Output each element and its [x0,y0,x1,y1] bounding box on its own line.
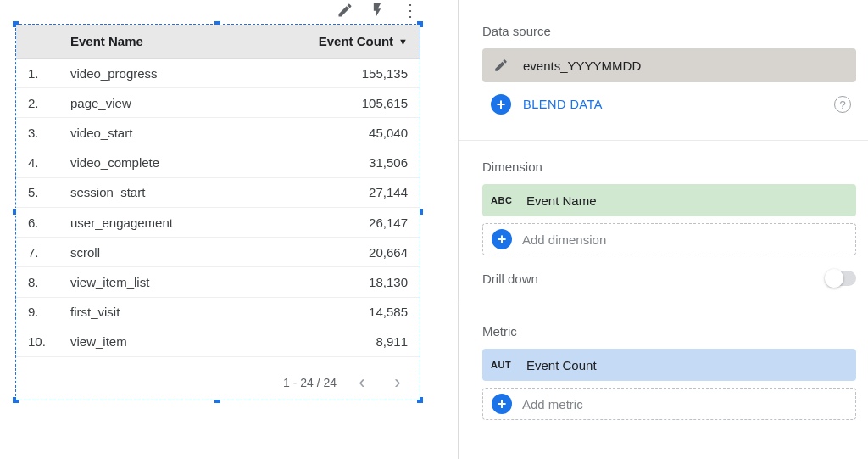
row-event-count: 26,147 [292,216,420,230]
row-event-name: video_progress [60,66,292,81]
col-value-label: Event Count [319,34,393,48]
section-drill-down: Drill down [482,271,538,286]
type-badge-abc: ABC [491,195,520,205]
row-event-name: page_view [60,96,292,110]
table-chart-selection[interactable]: Event Name Event Count ▼ 1.video_progres… [15,24,420,400]
add-dimension-label: Add dimension [522,232,606,247]
data-source-chip[interactable]: events_YYYYMMDD [482,48,856,82]
table-body: 1.video_progress155,1352.page_view105,61… [16,59,420,366]
section-data-source: Data source [482,24,856,38]
table-row[interactable]: 8.view_item_list18,130 [16,267,420,297]
pager-text: 1 - 24 / 24 [283,376,337,389]
section-dimension: Dimension [482,160,856,174]
row-event-count: 18,130 [292,275,420,289]
row-index: 5. [16,185,60,199]
data-table: Event Name Event Count ▼ 1.video_progres… [16,25,420,400]
row-index: 3. [16,126,60,140]
sort-descending-icon: ▼ [398,36,408,47]
add-metric-label: Add metric [522,397,583,411]
drill-down-toggle[interactable] [826,271,856,286]
more-icon[interactable]: ⋮ [401,2,418,19]
table-row[interactable]: 9.first_visit14,585 [16,298,420,327]
row-event-count: 155,135 [292,66,420,81]
row-index: 8. [16,275,60,289]
plus-icon: + [492,394,512,414]
row-index: 4. [16,155,60,170]
dimension-field-name: Event Name [526,193,597,208]
report-canvas: ⋮ Event Name Event Count ▼ 1.video_progr… [0,0,449,459]
help-icon[interactable]: ? [834,96,851,113]
row-event-count: 105,615 [292,96,420,110]
table-footer: 1 - 24 / 24 ‹ › [16,366,420,400]
row-index: 10. [16,334,60,349]
row-index: 1. [16,66,60,81]
table-row[interactable]: 5.session_start27,144 [16,178,420,208]
type-badge-aut: AUT [491,360,520,370]
divider [459,305,868,305]
prev-page-icon[interactable]: ‹ [352,372,372,393]
table-row[interactable]: 1.video_progress155,135 [16,59,420,88]
row-event-count: 31,506 [292,155,420,170]
divider [459,140,868,141]
table-row[interactable]: 7.scroll20,664 [16,238,420,267]
data-source-name: events_YYYYMMDD [523,59,641,73]
pencil-icon [491,55,511,76]
row-event-name: video_start [60,126,292,140]
col-value-header[interactable]: Event Count ▼ [292,34,420,48]
metric-field-chip[interactable]: AUT Event Count [482,349,856,381]
row-event-count: 20,664 [292,245,420,260]
row-event-name: user_engagement [60,216,292,230]
blend-data-label: BLEND DATA [523,98,603,111]
row-index: 7. [16,245,60,260]
table-row[interactable]: 2.page_view105,615 [16,88,420,118]
row-event-name: video_complete [60,155,292,170]
row-event-count: 45,040 [292,126,420,140]
row-event-count: 8,911 [292,334,420,349]
metric-field-name: Event Count [526,358,597,372]
row-event-count: 14,585 [292,305,420,319]
col-name-header[interactable]: Event Name [60,34,292,48]
row-event-name: first_visit [60,305,292,319]
row-event-name: session_start [60,185,292,199]
table-row[interactable]: 10.view_item8,911 [16,327,420,357]
table-total-row: Grand total461,617 [16,357,420,366]
add-metric-button[interactable]: + Add metric [482,388,856,420]
table-row[interactable]: 6.user_engagement26,147 [16,208,420,238]
table-row[interactable]: 4.video_complete31,506 [16,148,420,178]
config-panel: Data source events_YYYYMMDD + BLEND DATA… [458,0,868,459]
row-event-name: view_item [60,334,292,349]
plus-icon: + [492,229,512,249]
row-event-name: scroll [60,245,292,260]
table-row[interactable]: 3.video_start45,040 [16,118,420,148]
section-metric: Metric [482,324,856,339]
dimension-field-chip[interactable]: ABC Event Name [482,184,856,216]
next-page-icon[interactable]: › [387,372,408,393]
plus-icon: + [491,94,511,115]
edit-icon[interactable] [337,2,353,19]
blend-data-button[interactable]: + BLEND DATA ? [482,87,856,121]
bolt-icon[interactable] [369,2,386,19]
row-event-name: view_item_list [60,275,292,289]
row-index: 2. [16,96,60,110]
add-dimension-button[interactable]: + Add dimension [482,223,856,255]
table-header: Event Name Event Count ▼ [16,25,420,59]
row-event-count: 27,144 [292,185,420,199]
row-index: 6. [16,216,60,230]
toggle-knob [825,269,843,288]
row-index: 9. [16,305,60,319]
chart-toolbar: ⋮ [337,2,418,19]
